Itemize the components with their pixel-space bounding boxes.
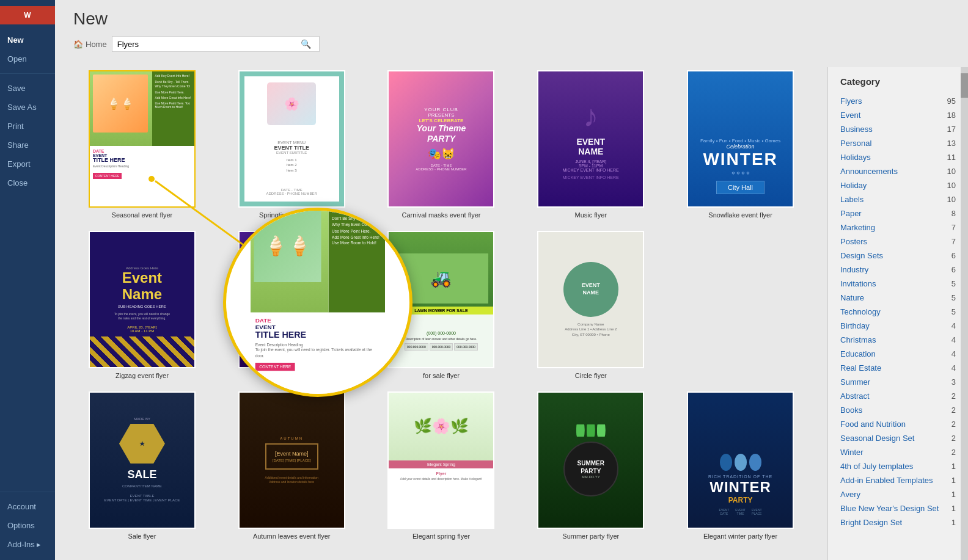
template-forsale[interactable]: 🚜 LAWN MOWER FOR SALE (000) 000-0000 Des…	[373, 231, 510, 379]
category-row-4thjuly[interactable]: 4th of July templates 1	[828, 459, 968, 473]
main-scroll-area: 🍦🍦 Add Key Event Info Here! Don't Be Shy…	[55, 67, 968, 560]
category-row-education[interactable]: Education 4	[828, 347, 968, 361]
cat-count-books: 2	[952, 405, 956, 415]
sidebar-item-export[interactable]: Export	[0, 155, 55, 173]
search-input[interactable]	[117, 40, 301, 49]
cat-count-summer: 3	[952, 377, 956, 387]
template-thumb-summer[interactable]: SUMMERPARTY MM.DD.YY	[537, 391, 644, 529]
category-row-brightdesign[interactable]: Bright Design Set 1	[828, 515, 968, 529]
search-box[interactable]: 🔍	[112, 36, 320, 52]
template-zigzag[interactable]: Address Goes Here EventName SUB HEADING …	[73, 231, 211, 379]
category-row-holiday[interactable]: Holiday 10	[828, 178, 968, 192]
sidebar-item-close[interactable]: Close	[0, 173, 55, 192]
templates-area: 🍦🍦 Add Key Event Info Here! Don't Be Shy…	[55, 67, 827, 560]
cat-name-abstract: Abstract	[840, 391, 870, 401]
category-row-addin[interactable]: Add-in Enabled Templates 1	[828, 473, 968, 487]
sidebar-item-addins[interactable]: Add-Ins ▸	[0, 535, 55, 554]
category-row-announcements[interactable]: Announcements 10	[828, 164, 968, 178]
sidebar-item-account[interactable]: Account	[0, 497, 55, 516]
home-label[interactable]: Home	[86, 40, 107, 49]
category-row-books[interactable]: Books 2	[828, 403, 968, 417]
cat-name-nature: Nature	[840, 293, 864, 302]
template-sale[interactable]: MADE BY ★ SALE COMPANY/ITEM NAMEEVENT TA…	[73, 391, 211, 540]
category-row-birthday[interactable]: Birthday 4	[828, 319, 968, 333]
scrollbar-track[interactable]	[961, 67, 968, 560]
template-label-winterparty: Elegant winter party flyer	[703, 533, 777, 540]
category-row-marketing[interactable]: Marketing 7	[828, 220, 968, 235]
category-row-industry[interactable]: Industry 6	[828, 263, 968, 277]
category-row-realestate[interactable]: Real Estate 4	[828, 361, 968, 375]
category-row-personal[interactable]: Personal 13	[828, 136, 968, 150]
category-row-winter[interactable]: Winter 2	[828, 445, 968, 459]
template-thumb-zigzag[interactable]: Address Goes Here EventName SUB HEADING …	[89, 231, 196, 368]
cat-count-abstract: 2	[952, 391, 956, 401]
template-cultural[interactable]: JUNE 4, [YEAR] EVENTNAME 9 PM - 11PM MIC…	[223, 231, 361, 379]
cat-name-technology: Technology	[840, 307, 881, 316]
cat-count-education: 4	[952, 349, 956, 358]
template-thumb-seasonal[interactable]: 🍦🍦 Add Key Event Info Here! Don't Be Shy…	[89, 70, 196, 208]
sidebar-item-saveas[interactable]: Save As	[0, 98, 55, 117]
breadcrumb-bar: 🏠 Home 🔍	[73, 36, 950, 52]
template-thumb-winterparty[interactable]: RICH TRADITION OF THE WINTER PARTY EVENT…	[687, 391, 794, 529]
template-thumb-elegantspring[interactable]: 🌿🌸🌿 Elegant Spring Flyer Add your event …	[387, 391, 494, 529]
template-label-sale: Sale flyer	[128, 533, 156, 540]
category-row-summer[interactable]: Summer 3	[828, 375, 968, 389]
app-logo: W	[0, 6, 55, 24]
template-thumb-sale[interactable]: MADE BY ★ SALE COMPANY/ITEM NAMEEVENT TA…	[89, 391, 196, 529]
template-winterparty[interactable]: RICH TRADITION OF THE WINTER PARTY EVENT…	[672, 391, 809, 540]
cat-count-invitations: 5	[952, 279, 956, 288]
sidebar-item-open[interactable]: Open	[0, 49, 55, 68]
cat-count-nature: 5	[952, 293, 956, 302]
category-row-invitations[interactable]: Invitations 5	[828, 277, 968, 291]
category-row-bluenewyear[interactable]: Blue New Year's Design Set 1	[828, 501, 968, 515]
search-icon[interactable]: 🔍	[301, 39, 311, 49]
template-thumb-autumn[interactable]: AUTUMN [Event Name] [DATE] [TIME] [PLACE…	[238, 391, 345, 529]
category-row-abstract[interactable]: Abstract 2	[828, 389, 968, 403]
category-row-christmas[interactable]: Christmas 4	[828, 333, 968, 347]
category-row-avery[interactable]: Avery 1	[828, 487, 968, 501]
cat-name-birthday: Birthday	[840, 321, 870, 330]
template-seasonal[interactable]: 🍦🍦 Add Key Event Info Here! Don't Be Shy…	[73, 70, 211, 219]
sidebar-divider-1	[0, 73, 55, 74]
category-row-designsets[interactable]: Design Sets 6	[828, 249, 968, 263]
category-row-foodnutrition[interactable]: Food and Nutrition 2	[828, 417, 968, 431]
main-content: New 🏠 Home 🔍 🍦	[55, 0, 968, 560]
template-thumb-carnival[interactable]: YOUR CLUB PRESENTS LET'S CELEBRATE Your …	[387, 70, 494, 208]
template-thumb-springtime[interactable]: 🌸 EVENT MENU EVENT TITLE EVENT SUBTITLE …	[238, 70, 345, 208]
template-autumn[interactable]: AUTUMN [Event Name] [DATE] [TIME] [PLACE…	[223, 391, 361, 540]
category-row-seasonaldesign[interactable]: Seasonal Design Set 2	[828, 431, 968, 445]
cat-count-designsets: 6	[952, 251, 956, 260]
sidebar-item-share[interactable]: Share	[0, 136, 55, 155]
category-row-technology[interactable]: Technology 5	[828, 305, 968, 319]
template-carnival[interactable]: YOUR CLUB PRESENTS LET'S CELEBRATE Your …	[373, 70, 510, 219]
template-thumb-circle[interactable]: EVENTNAME Company NameAddress Line 1 • A…	[537, 231, 644, 368]
template-snowflake[interactable]: Family • Fun • Food • Music • Games Cele…	[672, 70, 809, 219]
category-row-posters[interactable]: Posters 7	[828, 235, 968, 249]
template-thumb-music[interactable]: ♪ EVENTNAME JUNE 4, [YEAR]5PM - 11PMMICK…	[537, 70, 644, 208]
category-row-paper[interactable]: Paper 8	[828, 206, 968, 220]
category-row-nature[interactable]: Nature 5	[828, 291, 968, 305]
sidebar-item-new[interactable]: New	[0, 31, 55, 49]
cat-count-flyers: 95	[947, 96, 956, 106]
template-thumb-cultural[interactable]: JUNE 4, [YEAR] EVENTNAME 9 PM - 11PM MIC…	[238, 231, 345, 368]
sidebar-divider-2	[0, 492, 55, 492]
template-circle[interactable]: EVENTNAME Company NameAddress Line 1 • A…	[522, 231, 659, 379]
template-empty-r2c5	[672, 231, 809, 379]
category-row-flyers[interactable]: Flyers 95	[828, 94, 968, 108]
category-row-event[interactable]: Event 18	[828, 108, 968, 122]
breadcrumb-home[interactable]: 🏠 Home	[73, 40, 107, 49]
sidebar-item-save[interactable]: Save	[0, 79, 55, 98]
template-music[interactable]: ♪ EVENTNAME JUNE 4, [YEAR]5PM - 11PMMICK…	[522, 70, 659, 219]
sidebar-item-options[interactable]: Options	[0, 516, 55, 535]
category-row-business[interactable]: Business 17	[828, 122, 968, 136]
sidebar-item-print[interactable]: Print	[0, 117, 55, 136]
category-row-holidays[interactable]: Holidays 11	[828, 150, 968, 164]
template-springtime[interactable]: 🌸 EVENT MENU EVENT TITLE EVENT SUBTITLE …	[223, 70, 361, 219]
cat-name-event: Event	[840, 111, 860, 120]
template-elegantspring[interactable]: 🌿🌸🌿 Elegant Spring Flyer Add your event …	[373, 391, 510, 540]
template-thumb-snowflake[interactable]: Family • Fun • Food • Music • Games Cele…	[687, 70, 794, 208]
template-thumb-forsale[interactable]: 🚜 LAWN MOWER FOR SALE (000) 000-0000 Des…	[387, 231, 494, 368]
template-summer[interactable]: SUMMERPARTY MM.DD.YY Summer party flyer	[522, 391, 659, 540]
scrollbar-thumb[interactable]	[961, 73, 968, 98]
category-row-labels[interactable]: Labels 10	[828, 192, 968, 206]
